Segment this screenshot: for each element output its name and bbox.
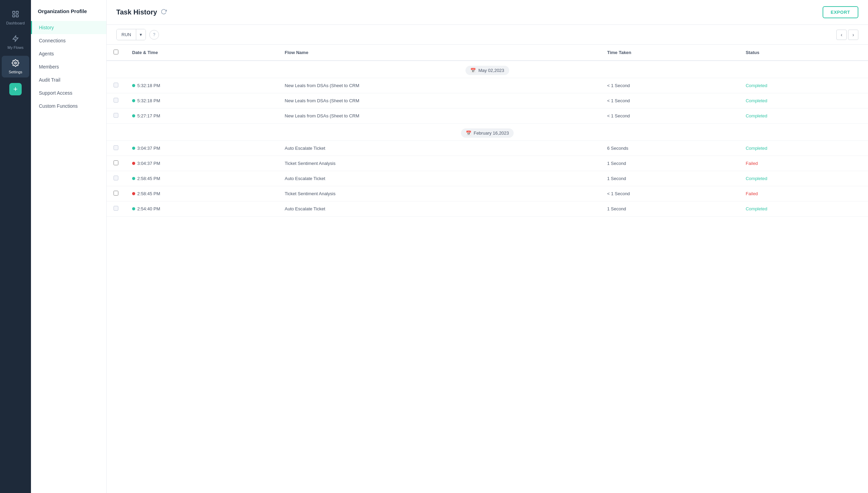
- row-time-taken: 1 Second: [600, 156, 739, 171]
- row-flow-name: Ticket Sentiment Analysis: [278, 156, 600, 171]
- row-status: Completed: [739, 108, 868, 124]
- next-page-button[interactable]: ›: [848, 30, 858, 40]
- row-time-taken: < 1 Second: [600, 108, 739, 124]
- row-flow-name: New Leals from DSAs (Sheet to CRM: [278, 108, 600, 124]
- pagination: ‹ ›: [836, 30, 858, 40]
- date-label: February 16,2023: [474, 130, 509, 136]
- row-select-cell: [107, 201, 125, 217]
- nav-item-settings[interactable]: Settings: [2, 56, 29, 77]
- row-select-cell: [107, 186, 125, 201]
- nav-dashboard-label: Dashboard: [6, 21, 25, 25]
- run-caret-icon[interactable]: ▾: [136, 29, 146, 40]
- main-content: Task History EXPORT RUN ▾ ? ‹ ›: [107, 0, 868, 493]
- row-checkbox[interactable]: [114, 176, 118, 180]
- page-title: Task History: [116, 8, 167, 16]
- toolbar: RUN ▾ ? ‹ ›: [107, 25, 868, 45]
- row-status: Failed: [739, 186, 868, 201]
- row-select-cell: [107, 93, 125, 108]
- sidebar-item-agents[interactable]: Agents: [31, 47, 106, 60]
- select-all-checkbox[interactable]: [114, 50, 118, 54]
- date-group-cell: 📅 February 16,2023: [107, 124, 868, 141]
- table-row: 2:58:45 PM Auto Escalate Ticket 1 Second…: [107, 171, 868, 186]
- settings-icon: [12, 59, 19, 69]
- row-status: Failed: [739, 156, 868, 171]
- status-dot: [132, 147, 135, 150]
- row-checkbox[interactable]: [114, 98, 118, 103]
- status-dot: [132, 84, 135, 87]
- row-time: 5:27:17 PM: [125, 108, 278, 124]
- export-button[interactable]: EXPORT: [823, 6, 858, 18]
- sidebar-item-connections[interactable]: Connections: [31, 34, 106, 47]
- row-status: Completed: [739, 171, 868, 186]
- table-row: 3:04:37 PM Ticket Sentiment Analysis 1 S…: [107, 156, 868, 171]
- table-header-row: Date & Time Flow Name Time Taken Status: [107, 45, 868, 61]
- help-icon[interactable]: ?: [149, 30, 159, 40]
- col-timetaken: Time Taken: [600, 45, 739, 61]
- row-select-cell: [107, 78, 125, 93]
- row-select-cell: [107, 156, 125, 171]
- sidebar-item-members[interactable]: Members: [31, 60, 106, 73]
- row-status: Completed: [739, 93, 868, 108]
- row-time: 2:58:45 PM: [125, 171, 278, 186]
- svg-rect-3: [16, 15, 18, 17]
- row-status: Completed: [739, 201, 868, 217]
- row-flow-name: New Leals from DSAs (Sheet to CRM: [278, 78, 600, 93]
- nav-flows-label: My Flows: [8, 45, 23, 50]
- status-dot: [132, 207, 135, 210]
- row-checkbox[interactable]: [114, 83, 118, 87]
- col-flowname: Flow Name: [278, 45, 600, 61]
- row-checkbox[interactable]: [114, 206, 118, 211]
- svg-rect-0: [13, 11, 15, 13]
- date-group-row: 📅 February 16,2023: [107, 124, 868, 141]
- sidebar-item-custom-functions[interactable]: Custom Functions: [31, 99, 106, 113]
- row-flow-name: Auto Escalate Ticket: [278, 171, 600, 186]
- run-label: RUN: [117, 29, 136, 40]
- row-time: 2:58:45 PM: [125, 186, 278, 201]
- date-badge: 📅 February 16,2023: [461, 128, 514, 138]
- prev-page-button[interactable]: ‹: [836, 30, 847, 40]
- row-flow-name: Auto Escalate Ticket: [278, 141, 600, 156]
- row-status: Completed: [739, 141, 868, 156]
- table-row: 3:04:37 PM Auto Escalate Ticket 6 Second…: [107, 141, 868, 156]
- row-time-taken: 6 Seconds: [600, 141, 739, 156]
- nav-settings-label: Settings: [9, 70, 22, 74]
- row-time-taken: 1 Second: [600, 171, 739, 186]
- row-checkbox[interactable]: [114, 191, 118, 196]
- row-flow-name: Auto Escalate Ticket: [278, 201, 600, 217]
- row-time-taken: < 1 Second: [600, 93, 739, 108]
- flows-icon: [12, 35, 19, 44]
- row-checkbox[interactable]: [114, 160, 118, 165]
- table-row: 5:32:18 PM New Leals from DSAs (Sheet to…: [107, 93, 868, 108]
- add-icon: +: [13, 85, 18, 94]
- row-time-taken: < 1 Second: [600, 78, 739, 93]
- nav-item-my-flows[interactable]: My Flows: [2, 31, 29, 53]
- row-time: 2:54:40 PM: [125, 201, 278, 217]
- date-group-row: 📅 May 02,2023: [107, 61, 868, 78]
- row-checkbox[interactable]: [114, 145, 118, 150]
- date-label: May 02,2023: [478, 68, 504, 73]
- add-button[interactable]: +: [9, 83, 22, 95]
- row-checkbox[interactable]: [114, 113, 118, 118]
- run-dropdown[interactable]: RUN ▾: [116, 29, 146, 40]
- status-dot: [132, 114, 135, 117]
- date-group-cell: 📅 May 02,2023: [107, 61, 868, 78]
- sidebar-title: Organization Profile: [31, 8, 106, 21]
- row-time-taken: < 1 Second: [600, 186, 739, 201]
- sidebar-item-audit-trail[interactable]: Audit Trail: [31, 73, 106, 86]
- row-time: 3:04:37 PM: [125, 141, 278, 156]
- row-time: 5:32:18 PM: [125, 78, 278, 93]
- refresh-icon[interactable]: [161, 9, 167, 16]
- row-select-cell: [107, 141, 125, 156]
- svg-point-4: [14, 62, 17, 64]
- status-dot: [132, 162, 135, 165]
- nav-item-dashboard[interactable]: Dashboard: [2, 7, 29, 29]
- sidebar-item-support-access[interactable]: Support Access: [31, 86, 106, 99]
- calendar-icon: 📅: [470, 68, 476, 73]
- col-datetime: Date & Time: [125, 45, 278, 61]
- status-dot: [132, 177, 135, 180]
- sidebar-item-history[interactable]: History: [31, 21, 106, 34]
- svg-rect-1: [16, 11, 18, 13]
- row-select-cell: [107, 171, 125, 186]
- dashboard-icon: [12, 10, 19, 20]
- page-header: Task History EXPORT: [107, 0, 868, 25]
